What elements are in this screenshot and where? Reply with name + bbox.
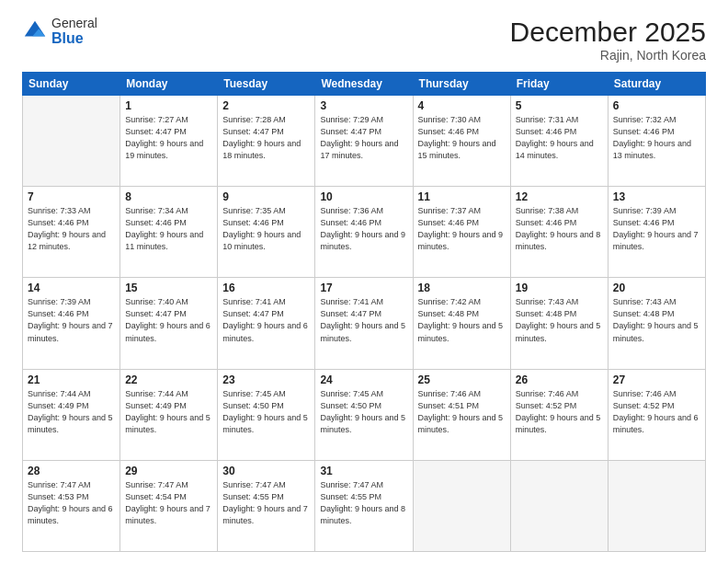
month-year: December 2025 [510, 17, 706, 48]
day-info: Sunrise: 7:34 AMSunset: 4:46 PMDaylight:… [125, 205, 212, 253]
weekday-header-sunday: Sunday [23, 73, 120, 96]
calendar-cell: 21Sunrise: 7:44 AMSunset: 4:49 PMDayligh… [23, 369, 120, 460]
day-info: Sunrise: 7:46 AMSunset: 4:52 PMDaylight:… [613, 388, 700, 436]
day-number: 4 [418, 99, 506, 112]
logo-blue-text: Blue [51, 30, 97, 47]
calendar-cell: 24Sunrise: 7:45 AMSunset: 4:50 PMDayligh… [315, 369, 413, 460]
calendar-cell [510, 460, 608, 551]
day-number: 30 [222, 465, 310, 477]
calendar-cell: 18Sunrise: 7:42 AMSunset: 4:48 PMDayligh… [413, 278, 510, 369]
day-info: Sunrise: 7:33 AMSunset: 4:46 PMDaylight:… [28, 205, 115, 253]
page: General Blue December 2025 Rajin, North … [0, 0, 728, 563]
day-number: 25 [418, 373, 506, 386]
day-info: Sunrise: 7:43 AMSunset: 4:48 PMDaylight:… [516, 296, 603, 344]
day-info: Sunrise: 7:44 AMSunset: 4:49 PMDaylight:… [125, 388, 212, 436]
calendar-cell: 20Sunrise: 7:43 AMSunset: 4:48 PMDayligh… [608, 278, 705, 369]
calendar-cell: 26Sunrise: 7:46 AMSunset: 4:52 PMDayligh… [510, 369, 608, 460]
day-info: Sunrise: 7:35 AMSunset: 4:46 PMDaylight:… [222, 205, 310, 253]
weekday-header-friday: Friday [510, 73, 608, 96]
header: General Blue December 2025 Rajin, North … [22, 17, 706, 63]
week-row-0: 1Sunrise: 7:27 AMSunset: 4:47 PMDaylight… [23, 96, 706, 187]
day-number: 24 [320, 373, 407, 386]
calendar-cell: 16Sunrise: 7:41 AMSunset: 4:47 PMDayligh… [218, 278, 315, 369]
day-number: 18 [418, 282, 506, 294]
logo: General Blue [22, 17, 97, 47]
day-number: 2 [222, 99, 310, 112]
day-number: 10 [320, 190, 407, 203]
day-number: 26 [516, 373, 603, 386]
calendar-cell: 5Sunrise: 7:31 AMSunset: 4:46 PMDaylight… [510, 96, 608, 187]
day-number: 7 [28, 190, 115, 203]
logo-icon [22, 18, 48, 44]
day-info: Sunrise: 7:28 AMSunset: 4:47 PMDaylight:… [222, 114, 310, 162]
day-info: Sunrise: 7:40 AMSunset: 4:47 PMDaylight:… [125, 296, 212, 344]
calendar-cell: 30Sunrise: 7:47 AMSunset: 4:55 PMDayligh… [218, 460, 315, 551]
day-number: 21 [28, 373, 115, 386]
calendar-cell: 2Sunrise: 7:28 AMSunset: 4:47 PMDaylight… [218, 96, 315, 187]
calendar-cell: 1Sunrise: 7:27 AMSunset: 4:47 PMDaylight… [120, 96, 218, 187]
weekday-header-tuesday: Tuesday [218, 73, 315, 96]
day-info: Sunrise: 7:42 AMSunset: 4:48 PMDaylight:… [418, 296, 506, 344]
logo-text: General Blue [51, 17, 97, 47]
day-info: Sunrise: 7:31 AMSunset: 4:46 PMDaylight:… [516, 114, 603, 162]
day-info: Sunrise: 7:46 AMSunset: 4:52 PMDaylight:… [516, 388, 603, 436]
calendar-cell: 28Sunrise: 7:47 AMSunset: 4:53 PMDayligh… [23, 460, 120, 551]
day-number: 3 [320, 99, 407, 112]
day-info: Sunrise: 7:47 AMSunset: 4:54 PMDaylight:… [125, 479, 212, 527]
day-number: 6 [613, 99, 700, 112]
day-number: 5 [516, 99, 603, 112]
weekday-header-thursday: Thursday [413, 73, 510, 96]
day-number: 20 [613, 282, 700, 294]
day-number: 31 [320, 465, 407, 477]
calendar-cell: 25Sunrise: 7:46 AMSunset: 4:51 PMDayligh… [413, 369, 510, 460]
day-number: 1 [125, 99, 212, 112]
day-number: 9 [222, 190, 310, 203]
day-number: 14 [28, 282, 115, 294]
calendar-cell [23, 96, 120, 187]
day-info: Sunrise: 7:47 AMSunset: 4:55 PMDaylight:… [320, 479, 407, 527]
calendar-cell [413, 460, 510, 551]
day-info: Sunrise: 7:41 AMSunset: 4:47 PMDaylight:… [320, 296, 407, 344]
day-number: 22 [125, 373, 212, 386]
day-number: 29 [125, 465, 212, 477]
day-info: Sunrise: 7:45 AMSunset: 4:50 PMDaylight:… [320, 388, 407, 436]
weekday-header-wednesday: Wednesday [315, 73, 413, 96]
calendar-cell: 3Sunrise: 7:29 AMSunset: 4:47 PMDaylight… [315, 96, 413, 187]
calendar-cell: 14Sunrise: 7:39 AMSunset: 4:46 PMDayligh… [23, 278, 120, 369]
day-info: Sunrise: 7:47 AMSunset: 4:55 PMDaylight:… [222, 479, 310, 527]
calendar-cell: 10Sunrise: 7:36 AMSunset: 4:46 PMDayligh… [315, 187, 413, 278]
day-info: Sunrise: 7:36 AMSunset: 4:46 PMDaylight:… [320, 205, 407, 253]
day-info: Sunrise: 7:45 AMSunset: 4:50 PMDaylight:… [222, 388, 310, 436]
week-row-3: 21Sunrise: 7:44 AMSunset: 4:49 PMDayligh… [23, 369, 706, 460]
calendar-cell: 11Sunrise: 7:37 AMSunset: 4:46 PMDayligh… [413, 187, 510, 278]
day-info: Sunrise: 7:43 AMSunset: 4:48 PMDaylight:… [613, 296, 700, 344]
calendar-cell: 6Sunrise: 7:32 AMSunset: 4:46 PMDaylight… [608, 96, 705, 187]
day-info: Sunrise: 7:27 AMSunset: 4:47 PMDaylight:… [125, 114, 212, 162]
location: Rajin, North Korea [510, 48, 706, 63]
week-row-1: 7Sunrise: 7:33 AMSunset: 4:46 PMDaylight… [23, 187, 706, 278]
day-info: Sunrise: 7:37 AMSunset: 4:46 PMDaylight:… [418, 205, 506, 253]
day-info: Sunrise: 7:39 AMSunset: 4:46 PMDaylight:… [28, 296, 115, 344]
day-number: 13 [613, 190, 700, 203]
calendar-cell: 8Sunrise: 7:34 AMSunset: 4:46 PMDaylight… [120, 187, 218, 278]
day-number: 15 [125, 282, 212, 294]
day-number: 12 [516, 190, 603, 203]
day-info: Sunrise: 7:47 AMSunset: 4:53 PMDaylight:… [28, 479, 115, 527]
day-info: Sunrise: 7:46 AMSunset: 4:51 PMDaylight:… [418, 388, 506, 436]
day-number: 17 [320, 282, 407, 294]
week-row-2: 14Sunrise: 7:39 AMSunset: 4:46 PMDayligh… [23, 278, 706, 369]
day-number: 11 [418, 190, 506, 203]
calendar-cell: 7Sunrise: 7:33 AMSunset: 4:46 PMDaylight… [23, 187, 120, 278]
day-info: Sunrise: 7:29 AMSunset: 4:47 PMDaylight:… [320, 114, 407, 162]
calendar-table: SundayMondayTuesdayWednesdayThursdayFrid… [22, 72, 706, 552]
day-number: 27 [613, 373, 700, 386]
logo-general-text: General [51, 17, 97, 30]
calendar-cell [608, 460, 705, 551]
week-row-4: 28Sunrise: 7:47 AMSunset: 4:53 PMDayligh… [23, 460, 706, 551]
day-number: 28 [28, 465, 115, 477]
day-number: 19 [516, 282, 603, 294]
day-number: 23 [222, 373, 310, 386]
day-info: Sunrise: 7:39 AMSunset: 4:46 PMDaylight:… [613, 205, 700, 253]
calendar-cell: 19Sunrise: 7:43 AMSunset: 4:48 PMDayligh… [510, 278, 608, 369]
calendar-cell: 17Sunrise: 7:41 AMSunset: 4:47 PMDayligh… [315, 278, 413, 369]
